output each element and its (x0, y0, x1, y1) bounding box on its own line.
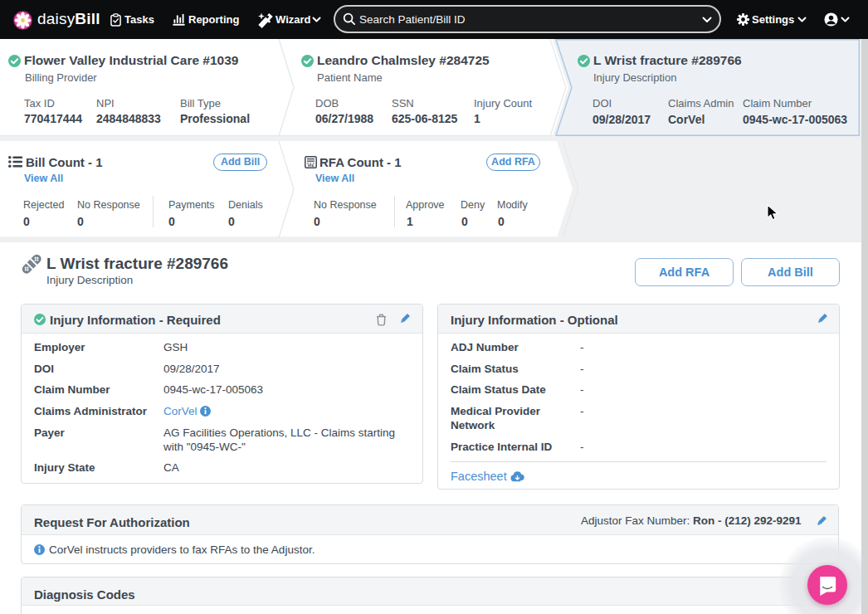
svg-text:RFA: RFA (308, 164, 315, 168)
